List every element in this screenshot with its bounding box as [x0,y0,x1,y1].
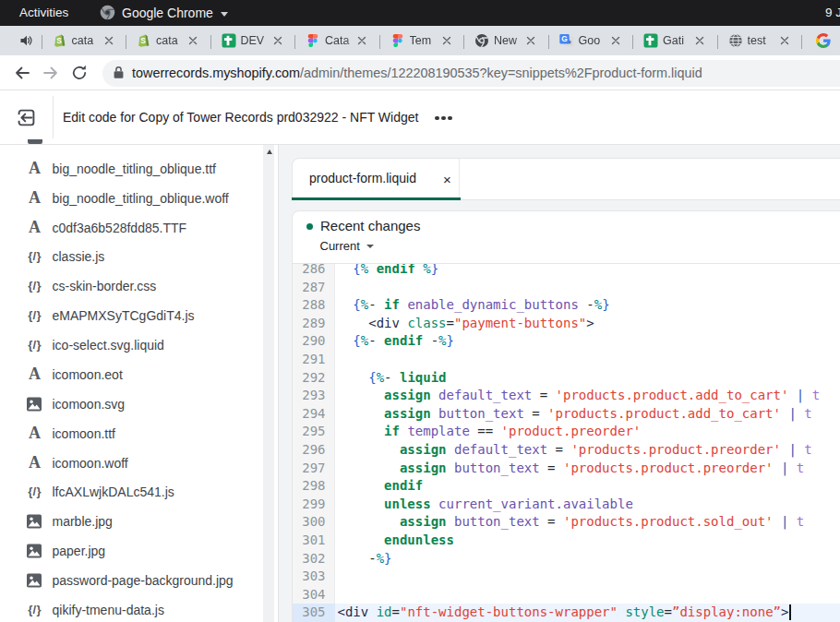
file-name: lfcAXLwjkDALc541.js [53,477,174,507]
tab-close-icon[interactable] [186,34,199,47]
file-list-item[interactable]: Aicomoon.woff [0,449,263,478]
line-number: 295 [293,423,326,441]
file-list-item[interactable]: marble.jpg [0,507,263,536]
reload-button[interactable] [70,64,89,82]
speaker-icon [19,34,32,47]
tab-close-icon[interactable] [271,34,284,47]
file-list-item[interactable]: {/}ico-select.svg.liquid [0,330,263,360]
line-number: 294 [293,405,326,424]
code-line: 288 {%- if enable_dynamic_buttons -%} [293,296,840,315]
tab-close-icon[interactable] [778,34,791,47]
svg-text:S: S [140,36,146,45]
code-text: assign default_text = 'products.product.… [338,441,812,460]
browser-tab-title: Goo [579,34,613,48]
code-text: assign default_text = 'products.product.… [338,387,821,405]
code-editor[interactable]: 286 {% endif %}287288 {%- if enable_dyna… [293,264,840,622]
google-g-favicon[interactable] [816,33,831,48]
code-text: unless current_variant.available [338,496,633,514]
font-file-icon: A [26,419,43,449]
file-list-item[interactable]: Ac0df3a6b528fdd85.TTF [0,213,263,243]
back-button[interactable] [13,64,31,82]
file-list-item[interactable]: password-page-background.jpg [0,566,263,595]
file-list-item[interactable]: {/}cs-skin-border.css [0,271,263,301]
tab-close-icon[interactable] [102,34,115,47]
file-list-item[interactable]: {/}eMAPMXSyTCgGdiT4.js [0,301,263,330]
url-host: towerrecords.myshopify.com [132,66,300,80]
line-number: 296 [293,441,326,460]
file-list-item[interactable]: {/}qikify-tmenu-data.js [0,595,263,622]
chrome-dark-favicon [474,33,489,48]
browser-tab[interactable]: Tem [379,26,464,55]
browser-tab[interactable]: New [463,26,548,55]
file-name: eMAPMXSyTCgGdiT4.js [53,301,195,330]
file-name: icomoon.eot [53,360,123,389]
line-number: 287 [293,279,326,297]
browser-tab-title: cata [72,34,106,48]
tab-close-icon[interactable] [440,34,453,47]
chrome-mono-icon [100,5,115,20]
file-list-item[interactable]: paper.jpg [0,536,263,566]
file-list-item[interactable]: Abig_noodle_titling_oblique.ttf [0,154,263,184]
translate-favicon: ★ G [559,33,574,48]
code-text: assign button_text = 'products.product.a… [338,405,812,424]
app-menu[interactable]: Google Chrome [100,0,228,26]
clock[interactable]: 9 Jun [825,0,840,26]
browser-tab-title: test [748,34,782,48]
browser-tab-strip: Scata Scata DEV Cata Tem New ★ GGoo Gati… [0,26,840,55]
code-text: -%} [338,550,392,568]
clipped-list-item-icon [28,139,43,144]
editor-tab-product-form[interactable]: product-form.liquid × [293,159,460,199]
svg-text:S: S [56,36,62,45]
font-file-icon: A [26,449,43,478]
code-line: 301 endunless [293,532,840,550]
code-line: 297 assign button_text = 'products.produ… [293,460,840,478]
file-name: cs-skin-border.css [53,271,157,301]
image-file-icon [26,389,43,419]
file-list-sidebar: Abig_noodle_titling_oblique.ttfAbig_nood… [0,145,278,622]
editor-tab-close-icon[interactable]: × [443,174,454,185]
more-actions-button[interactable] [434,115,454,121]
page-header: Edit code for Copy of Tower Records prd0… [0,90,840,145]
browser-tab[interactable]: Cata [294,26,379,55]
code-file-icon: {/} [26,330,43,360]
browser-tab-title: DEV [241,34,275,48]
browser-tab[interactable]: Scata [126,26,210,55]
tab-close-icon[interactable] [693,34,706,47]
code-line: 294 assign button_text = 'products.produ… [293,405,840,424]
lock-icon[interactable] [113,66,125,79]
browser-tab[interactable]: test [717,26,802,55]
text-cursor [789,604,791,620]
line-number: 290 [293,332,326,351]
version-caret-icon[interactable] [366,245,374,248]
file-list-item[interactable]: {/}lfcAXLwjkDALc541.js [0,477,263,507]
browser-tab[interactable]: DEV [210,26,295,55]
forward-button[interactable] [42,64,60,82]
code-text: endif [338,477,424,496]
browser-tab[interactable]: Gati [632,26,717,55]
tab-close-icon[interactable] [524,34,537,47]
code-file-icon: {/} [26,477,43,507]
tab-close-icon[interactable] [355,34,368,47]
file-list-item[interactable]: Aicomoon.eot [0,360,263,389]
editor-tab-bar: product-form.liquid × [292,158,840,200]
browser-tab-title: Tem [410,34,444,48]
file-list-item[interactable]: icomoon.svg [0,389,263,419]
scrollbar-up-arrow-icon[interactable] [267,150,272,154]
file-list-item[interactable]: {/}classie.js [0,242,263,271]
font-file-icon: A [26,184,43,213]
line-number: 300 [293,513,326,532]
browser-tab[interactable]: Scata [42,26,126,55]
file-name: icomoon.woff [53,449,128,478]
tab-close-icon[interactable] [609,34,622,47]
app-menu-label: Google Chrome [122,6,213,20]
file-list-item[interactable]: Aicomoon.ttf [0,419,263,449]
browser-tab[interactable]: ★ GGoo [548,26,633,55]
version-select[interactable]: Current [320,240,360,253]
file-list-item[interactable]: Abig_noodle_titling_oblique.woff [0,184,263,213]
sidebar-scrollbar[interactable] [263,145,274,622]
tab-separator [801,35,802,49]
file-name: classie.js [53,242,105,271]
activities-button[interactable]: Activities [19,0,68,26]
editor-card: Recent changes Current 286 {% endif %}28… [292,210,840,622]
collapse-sidebar-button[interactable] [18,109,35,126]
